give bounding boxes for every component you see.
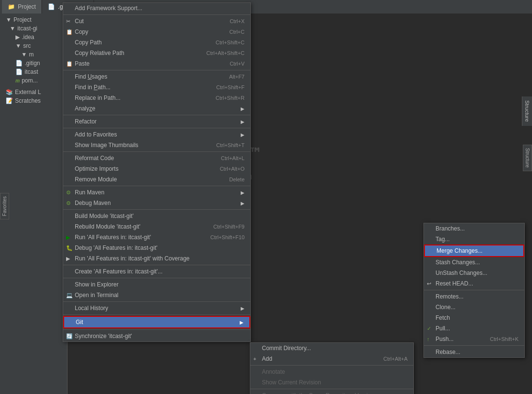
tab-project-icon: 📁 [8, 3, 15, 10]
menu-analyze-label: Analyze [75, 105, 95, 112]
menu-copy[interactable]: 📋 Copy Ctrl+C [63, 27, 250, 37]
sidebar-label-gitignore: .gitign [25, 60, 40, 67]
git-sep-2 [250, 389, 413, 389]
repo-fetch[interactable]: Fetch [424, 312, 524, 323]
menu-copy-path-label: Copy Path [75, 39, 102, 46]
repo-reset-head[interactable]: ↩ Reset HEAD... [424, 278, 524, 289]
sidebar-item-itcast[interactable]: ▼ itcast-gi [0, 24, 67, 33]
menu-find-usages[interactable]: Find Usages Alt+F7 [63, 71, 250, 82]
menu-git-label: Git [76, 319, 83, 326]
sidebar-item-project[interactable]: ▼ Project [0, 15, 67, 24]
menu-debug-all[interactable]: 🐛 Debug 'All Features in: itcast-git' [63, 243, 250, 253]
menu-cut[interactable]: ✂ Cut Ctrl+X [63, 16, 250, 27]
repo-merge-changes[interactable]: Merge Changes... [424, 245, 524, 257]
git-commit-directory[interactable]: Commit Directory... [250, 343, 413, 353]
menu-create-all[interactable]: Create 'All Features in: itcast-git'... [63, 266, 250, 277]
menu-rebuild-module[interactable]: Rebuild Module 'itcast-git' Ctrl+Shift+F… [63, 221, 250, 232]
copy-path-shortcut: Ctrl+Shift+C [216, 40, 245, 45]
sidebar-label-idea: .idea [22, 34, 34, 41]
sidebar-label-itcast: itcast-gi [17, 25, 37, 32]
sidebar-item-gitignore[interactable]: 📄 .gitign [0, 59, 67, 68]
menu-optimize-imports-label: Optimize Imports [75, 165, 119, 172]
menu-run-coverage[interactable]: ▶ Run 'All Features in: itcast-git' with… [63, 253, 250, 264]
menu-analyze[interactable]: Analyze ▶ [63, 103, 250, 114]
repo-pull[interactable]: ✓ Pull... [424, 323, 524, 334]
git-add-shortcut: Ctrl+Alt+A [383, 356, 408, 362]
menu-build-module[interactable]: Build Module 'itcast-git' [63, 211, 250, 221]
menu-show-explorer[interactable]: Show in Explorer [63, 279, 250, 290]
sidebar-item-scratches[interactable]: 📝 Scratches [0, 96, 67, 105]
repo-fetch-label: Fetch [436, 314, 450, 321]
menu-copy-relative-path[interactable]: Copy Relative Path Ctrl+Alt+Shift+C [63, 48, 250, 58]
menu-create-all-label: Create 'All Features in: itcast-git'... [75, 268, 163, 275]
sidebar-item-m[interactable]: ▼ m [0, 50, 67, 59]
scratch-icon: 📝 [6, 97, 13, 104]
repo-rebase[interactable]: Rebase... [424, 347, 524, 357]
menu-show-thumbnails[interactable]: Show Image Thumbnails Ctrl+Shift+T [63, 140, 250, 150]
repo-push[interactable]: ↑ Push... Ctrl+Shift+K [424, 334, 524, 344]
repo-remotes[interactable]: Remotes... [424, 291, 524, 302]
sidebar-item-idea[interactable]: ▶ .idea [0, 33, 67, 41]
repo-tag[interactable]: Tag... [424, 234, 524, 245]
pull-icon: ✓ [427, 326, 431, 332]
menu-paste[interactable]: 📋 Paste Ctrl+V [63, 58, 250, 69]
tab-gitignore-icon: 📄 [48, 3, 55, 10]
menu-remove-module[interactable]: Remove Module Delete [63, 174, 250, 185]
repo-merge-changes-label: Merge Changes... [437, 247, 482, 254]
sidebar-item-itcast-file[interactable]: 📄 itcast [0, 68, 67, 76]
repo-reset-head-label: Reset HEAD... [436, 280, 473, 287]
separator-7 [63, 209, 250, 210]
repo-stash-changes-label: Stash Changes... [436, 259, 480, 266]
repo-remotes-label: Remotes... [436, 293, 464, 300]
separator-2 [63, 70, 250, 70]
show-thumbnails-shortcut: Ctrl+Shift+T [216, 142, 245, 148]
menu-synchronize[interactable]: 🔄 Synchronize 'itcast-git' [63, 331, 250, 341]
sidebar-item-src[interactable]: ▼ src [0, 41, 67, 50]
menu-optimize-imports[interactable]: Optimize Imports Ctrl+Alt+O [63, 163, 250, 174]
repo-stash-changes[interactable]: Stash Changes... [424, 257, 524, 268]
menu-add-favorites[interactable]: Add to Favorites ▶ [63, 129, 250, 140]
menu-debug-maven[interactable]: ⚙ Debug Maven ▶ [63, 198, 250, 208]
separator-9 [63, 278, 250, 278]
menu-copy-path[interactable]: Copy Path Ctrl+Shift+C [63, 37, 250, 48]
git-annotate: Annotate [250, 367, 413, 377]
menu-open-terminal[interactable]: 💻 Open in Terminal [63, 290, 250, 300]
tab-project[interactable]: 📁 Project [2, 0, 42, 14]
menu-run-all-label: Run 'All Features in: itcast-git' [75, 234, 151, 241]
menu-build-module-label: Build Module 'itcast-git' [75, 213, 134, 219]
menu-refactor[interactable]: Refactor ▶ [63, 116, 250, 127]
paste-shortcut: Ctrl+V [230, 61, 245, 67]
debug-maven-icon: ⚙ [66, 200, 71, 206]
repo-clone[interactable]: Clone... [424, 302, 524, 312]
menu-find-in-path[interactable]: Find in Path... Ctrl+Shift+F [63, 82, 250, 93]
git-compare-same: Compare with the Same Repository Version [250, 390, 413, 394]
cut-shortcut: Ctrl+X [230, 18, 245, 24]
menu-show-explorer-label: Show in Explorer [75, 281, 119, 288]
sidebar-item-external[interactable]: 📚 External L [0, 88, 67, 96]
push-icon: ↑ [427, 336, 430, 342]
find-usages-shortcut: Alt+F7 [229, 74, 245, 80]
file-icon-2: 📄 [15, 68, 23, 75]
git-add[interactable]: + Add Ctrl+Alt+A [250, 353, 413, 364]
sidebar-item-pom[interactable]: m pom... [0, 76, 67, 85]
repo-submenu: Branches... Tag... Merge Changes... Stas… [423, 223, 525, 358]
menu-replace-in-path[interactable]: Replace in Path... Ctrl+Shift+R [63, 93, 250, 103]
favorites-tab[interactable]: Favorites [0, 193, 9, 219]
git-add-icon: + [253, 356, 256, 362]
menu-copy-relative-path-label: Copy Relative Path [75, 50, 124, 56]
repo-branches[interactable]: Branches... [424, 223, 524, 234]
repo-unstash-changes[interactable]: UnStash Changes... [424, 268, 524, 278]
menu-local-history[interactable]: Local History ▶ [63, 303, 250, 313]
menu-run-maven[interactable]: ⚙ Run Maven ▶ [63, 187, 250, 198]
menu-local-history-label: Local History [75, 305, 108, 312]
repo-rebase-label: Rebase... [436, 349, 460, 355]
structure-tab-right[interactable]: Structure [523, 145, 532, 171]
menu-run-all[interactable]: ▶ Run 'All Features in: itcast-git' Ctrl… [63, 232, 250, 243]
menu-reformat[interactable]: Reformat Code Ctrl+Alt+L [63, 153, 250, 163]
menu-add-framework[interactable]: Add Framework Support... [63, 3, 250, 14]
structure-tab[interactable]: Structure [522, 96, 532, 126]
menu-git[interactable]: Git ▶ [63, 316, 250, 328]
copy-shortcut: Ctrl+C [230, 29, 245, 35]
repo-sep-1 [424, 290, 524, 290]
debug-maven-arrow: ▶ [241, 201, 245, 206]
